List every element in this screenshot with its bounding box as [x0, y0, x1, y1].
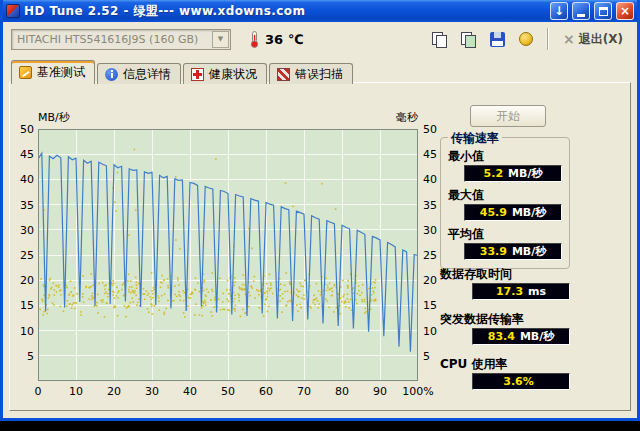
copy-icon: [432, 32, 447, 47]
y-tick-right: 50: [423, 123, 449, 136]
plot-svg: [38, 129, 418, 381]
stat-value: 3.6%: [503, 375, 534, 388]
titlebar[interactable]: HD Tune 2.52 - 绿盟--- www.xdowns.com ↓ ×: [3, 0, 637, 22]
tab-label: 健康状况: [209, 66, 257, 83]
stat-value: 33.9: [480, 245, 507, 258]
x-tick: 40: [173, 385, 207, 398]
tab-benchmark[interactable]: 基准测试: [11, 60, 95, 84]
stat-value: 5.2: [484, 167, 504, 180]
stat-cpu-usage: CPU 使用率 3.6%: [440, 357, 570, 390]
stat-value: 83.4: [488, 330, 515, 343]
stat-label: 最小值: [448, 149, 562, 163]
tab-label: 信息详情: [123, 66, 171, 83]
x-tick: 60: [249, 385, 283, 398]
toolbar-buttons: × 退出(X): [426, 27, 629, 51]
y-tick-left: 35: [12, 199, 34, 212]
benchmark-icon: [19, 66, 32, 79]
y-tick-left: 5: [12, 350, 34, 363]
info-icon: [105, 68, 118, 81]
copy-text-button[interactable]: [426, 27, 452, 51]
tab-info[interactable]: 信息详情: [97, 63, 181, 84]
minimize-button[interactable]: [572, 2, 590, 20]
window-title: HD Tune 2.52 - 绿盟--- www.xdowns.com: [24, 3, 546, 20]
download-icon: ↓: [554, 4, 564, 18]
stat-burst-rate: 突发数据传输率 83.4 MB/秒: [440, 312, 570, 345]
copy-image-button[interactable]: [455, 27, 481, 51]
error-scan-icon: [277, 68, 290, 81]
y-tick-left: 40: [12, 173, 34, 186]
desktop-strip: [0, 421, 640, 431]
tab-label: 错误扫描: [295, 66, 343, 83]
thermometer-icon: [249, 31, 260, 48]
app-window: HD Tune 2.52 - 绿盟--- www.xdowns.com ↓ × …: [0, 0, 640, 421]
maximize-icon: [599, 7, 608, 16]
y-tick-left: 30: [12, 224, 34, 237]
tab-label: 基准测试: [37, 64, 85, 81]
x-tick: 0: [21, 385, 55, 398]
stat-label: 平均值: [448, 227, 562, 241]
y-tick-left: 25: [12, 249, 34, 262]
stat-label: CPU 使用率: [440, 357, 570, 371]
stat-value-box: 3.6%: [472, 373, 570, 390]
x-tick: 20: [97, 385, 131, 398]
x-tick: 30: [135, 385, 169, 398]
stat-value: 45.9: [480, 206, 507, 219]
close-icon: ×: [620, 4, 630, 18]
y-tick-left: 45: [12, 148, 34, 161]
extra-stats: 数据存取时间 17.3 ms 突发数据传输率 83.4 MB/秒 CPU 使用率…: [440, 267, 570, 402]
y-tick-left: 20: [12, 274, 34, 287]
x-tick: 10: [59, 385, 93, 398]
drive-select-value: HITACHI HTS541616J9S (160 GB): [12, 33, 212, 46]
save-button[interactable]: [484, 27, 510, 51]
x-tick: 100%: [401, 385, 435, 398]
stat-access-time: 数据存取时间 17.3 ms: [440, 267, 570, 300]
close-button[interactable]: ×: [616, 2, 634, 20]
y-tick-left: 10: [12, 325, 34, 338]
maximize-button[interactable]: [594, 2, 612, 20]
options-button[interactable]: [513, 27, 539, 51]
y-axis-label-left: MB/秒: [38, 110, 70, 125]
stat-value-box: 5.2 MB/秒: [464, 165, 562, 182]
x-tick: 80: [325, 385, 359, 398]
y-tick-left: 50: [12, 123, 34, 136]
stat-value-box: 83.4 MB/秒: [472, 328, 570, 345]
tab-page: MB/秒 毫秒 50504545404035353030252520201515…: [9, 82, 631, 411]
minimize-icon: [577, 14, 585, 17]
group-title: 传输速率: [448, 130, 502, 147]
tab-error-scan[interactable]: 错误扫描: [269, 63, 353, 84]
copy-image-icon: [461, 32, 476, 47]
stat-value: 17.3: [496, 285, 523, 298]
stat-min: 最小值 5.2 MB/秒: [448, 149, 562, 182]
tab-health[interactable]: 健康状况: [183, 63, 267, 84]
exit-x-icon: ×: [563, 32, 575, 46]
stat-value-box: 17.3 ms: [472, 283, 570, 300]
temperature: 36 ℃: [249, 31, 304, 48]
toolbar-separator: [547, 28, 549, 50]
stat-unit: MB/秒: [512, 205, 546, 220]
save-icon: [490, 32, 505, 47]
stat-unit: MB/秒: [520, 329, 554, 344]
download-button[interactable]: ↓: [550, 2, 568, 20]
y-tick-left: 15: [12, 299, 34, 312]
stat-max: 最大值 45.9 MB/秒: [448, 188, 562, 221]
tab-bar: 基准测试 信息详情 健康状况 错误扫描: [11, 60, 353, 84]
y-axis-label-right: 毫秒: [396, 110, 418, 125]
benchmark-plot: [38, 129, 418, 381]
health-cross-icon: [191, 68, 204, 81]
drive-select[interactable]: HITACHI HTS541616J9S (160 GB) ▼: [11, 29, 231, 50]
chevron-down-icon[interactable]: ▼: [212, 31, 229, 48]
temperature-value: 36: [265, 32, 283, 47]
x-tick: 50: [211, 385, 245, 398]
toolbar: HITACHI HTS541616J9S (160 GB) ▼ 36 ℃ × 退…: [3, 22, 637, 56]
x-tick: 70: [287, 385, 321, 398]
exit-label: 退出(X): [579, 31, 623, 48]
stat-label: 数据存取时间: [440, 267, 570, 281]
temperature-unit: ℃: [288, 32, 304, 47]
stat-label: 突发数据传输率: [440, 312, 570, 326]
stat-value-box: 45.9 MB/秒: [464, 204, 562, 221]
x-tick: 90: [363, 385, 397, 398]
start-button[interactable]: 开始: [470, 105, 546, 127]
stat-value-box: 33.9 MB/秒: [464, 243, 562, 260]
exit-button[interactable]: × 退出(X): [557, 29, 629, 50]
stat-unit: ms: [528, 285, 546, 298]
